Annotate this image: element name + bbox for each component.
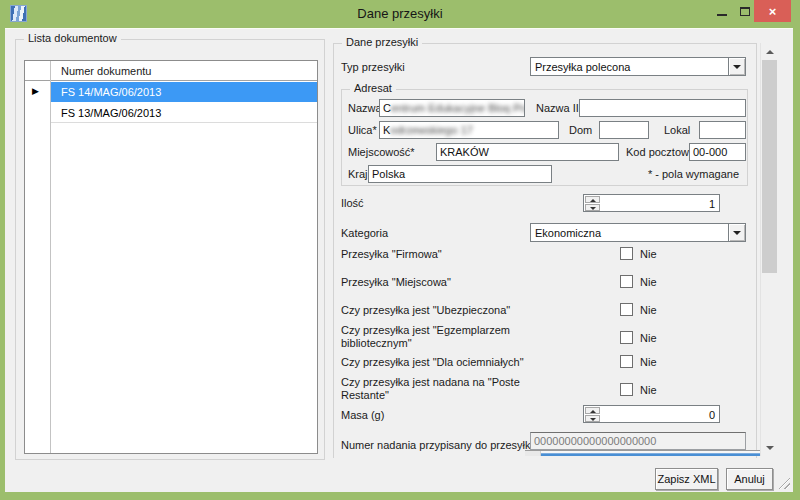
chevron-down-icon xyxy=(733,231,741,235)
required-fields-note: * - pola wymagane xyxy=(648,168,739,180)
street-field[interactable]: Kodrzewskiego 17 xyxy=(379,121,559,139)
checkbox-label-miejscowa: Przesyłka "Miejscowa" xyxy=(341,276,556,288)
shipment-type-label: Typ przesyłki xyxy=(341,61,405,73)
spin-down-icon xyxy=(590,207,596,210)
apartment-field[interactable] xyxy=(699,121,746,139)
checkbox-value-egzemplarz: Nie xyxy=(640,332,657,344)
name-field-redacted-text: entrum Edukacyjne Bloq Prac xyxy=(391,102,525,114)
documents-group-label: Lista dokumentow xyxy=(24,32,121,44)
checkbox-value-miejscowa: Nie xyxy=(640,276,657,288)
documents-grid-header[interactable]: Numer dokumentu xyxy=(25,61,317,81)
chevron-down-icon xyxy=(733,65,741,69)
postal-code-label: Kod pocztowy* xyxy=(626,146,699,158)
weight-label: Masa (g) xyxy=(341,409,384,421)
spin-up-icon xyxy=(590,199,596,202)
city-label: Miejscowość* xyxy=(348,146,415,158)
quantity-stepper[interactable]: 1 xyxy=(583,194,720,212)
maximize-icon xyxy=(740,7,750,16)
category-value: Ekonomiczna xyxy=(535,227,601,239)
titlebar: Dane przesyłki × xyxy=(0,0,800,28)
clipped-control-edge xyxy=(525,451,541,456)
street-field-redacted-text: odrzewskiego 17 xyxy=(390,124,473,136)
checkbox-ociemniali[interactable] xyxy=(620,355,633,368)
tracking-number-field: 00000000000000000000 xyxy=(530,432,746,450)
quantity-label: Ilość xyxy=(341,197,364,209)
checkbox-egzemplarz[interactable] xyxy=(620,331,633,344)
checkbox-firmowa[interactable] xyxy=(620,247,633,260)
documents-grid[interactable]: Numer dokumentu ▶ FS 14/MAG/06/2013 FS 1… xyxy=(24,60,318,454)
dropdown-button[interactable] xyxy=(728,224,745,241)
save-xml-button[interactable]: Zapisz XML xyxy=(655,468,718,490)
row-selector-icon: ▶ xyxy=(32,86,39,96)
window-title: Dane przesyłki xyxy=(0,6,800,21)
column-header-numer-dokumentu: Numer dokumentu xyxy=(61,65,152,77)
minimize-icon xyxy=(717,14,727,16)
spin-down-button[interactable] xyxy=(585,415,600,422)
document-number-cell: FS 13/MAG/06/2013 xyxy=(51,103,317,123)
scroll-up-icon xyxy=(766,50,774,54)
quantity-value: 1 xyxy=(602,198,715,210)
street-label: Ulica* xyxy=(348,124,377,136)
spin-up-icon xyxy=(590,410,596,413)
addressee-group-label: Adresat xyxy=(350,82,396,94)
name2-field[interactable] xyxy=(579,99,746,117)
house-field[interactable] xyxy=(599,121,649,139)
category-select[interactable]: Ekonomiczna xyxy=(530,223,746,242)
maximize-button[interactable] xyxy=(734,0,756,22)
addressee-groupbox: Adresat Nazwa* Centrum Edukacyjne Bloq P… xyxy=(341,89,748,186)
checkbox-label-egzemplarz: Czy przesyłka jest "Egzemplarzem bibliot… xyxy=(341,324,551,350)
name-field-visible-text: C xyxy=(383,102,391,114)
checkbox-ubezpieczona[interactable] xyxy=(620,303,633,316)
scrollbar-down-button[interactable] xyxy=(761,439,778,456)
checkbox-label-ubezpieczona: Czy przesyłka jest "Ubezpieczona" xyxy=(341,304,556,316)
clipped-control xyxy=(525,450,768,456)
form-scrollbar[interactable] xyxy=(760,43,777,456)
tracking-number-label: Numer nadania przypisany do przesyłki xyxy=(341,439,533,451)
checkbox-value-ubezpieczona: Nie xyxy=(640,304,657,316)
country-label: Kraj xyxy=(348,168,368,180)
documents-groupbox: Lista dokumentow Numer dokumentu ▶ FS 14… xyxy=(15,39,325,460)
scrollbar-up-button[interactable] xyxy=(761,43,778,60)
checkbox-label-ociemniali: Czy przesyłka jest "Dla ociemniałych" xyxy=(341,356,556,368)
postal-code-field[interactable]: 00-000 xyxy=(689,143,746,161)
country-field[interactable]: Polska xyxy=(368,165,552,183)
shipment-group-label: Dane przesyłki xyxy=(342,36,422,48)
checkbox-label-poste-restante: Czy przesyłka jest nadana na "Poste Rest… xyxy=(341,376,551,402)
category-label: Kategoria xyxy=(341,227,388,239)
spin-up-button[interactable] xyxy=(585,407,600,414)
dropdown-button[interactable] xyxy=(728,58,745,75)
cancel-button[interactable]: Anuluj xyxy=(726,468,773,490)
shipment-type-value: Przesyłka polecona xyxy=(535,61,630,73)
table-row[interactable]: FS 13/MAG/06/2013 xyxy=(25,103,317,123)
close-button[interactable]: × xyxy=(754,0,791,22)
table-row[interactable]: ▶ FS 14/MAG/06/2013 xyxy=(25,82,317,102)
name2-label: Nazwa II xyxy=(536,102,579,114)
checkbox-value-firmowa: Nie xyxy=(640,248,657,260)
scrollbar-thumb[interactable] xyxy=(762,60,777,273)
dialog-content: Lista dokumentow Numer dokumentu ▶ FS 14… xyxy=(5,28,793,492)
checkbox-label-firmowa: Przesyłka "Firmowa" xyxy=(341,248,556,260)
city-field[interactable]: KRAKÓW xyxy=(436,143,619,161)
scroll-down-icon xyxy=(766,446,774,450)
checkbox-miejscowa[interactable] xyxy=(620,275,633,288)
spin-down-icon xyxy=(590,418,596,421)
spin-up-button[interactable] xyxy=(585,196,600,203)
checkbox-value-poste-restante: Nie xyxy=(640,384,657,396)
house-label: Dom xyxy=(569,124,592,136)
dialog-window: Dane przesyłki × Lista dokumentow Numer … xyxy=(0,0,800,500)
resize-grip[interactable] xyxy=(777,476,790,489)
weight-value: 0 xyxy=(602,409,715,421)
weight-stepper[interactable]: 0 xyxy=(583,405,720,423)
document-number-cell: FS 14/MAG/06/2013 xyxy=(51,82,317,102)
spin-down-button[interactable] xyxy=(585,204,600,211)
checkbox-value-ociemniali: Nie xyxy=(640,356,657,368)
checkbox-poste-restante[interactable] xyxy=(620,383,633,396)
close-icon: × xyxy=(769,4,777,19)
name-field[interactable]: Centrum Edukacyjne Bloq Prac xyxy=(379,99,525,117)
shipment-type-select[interactable]: Przesyłka polecona xyxy=(530,57,746,76)
minimize-button[interactable] xyxy=(710,0,734,22)
apartment-label: Lokal xyxy=(664,124,690,136)
